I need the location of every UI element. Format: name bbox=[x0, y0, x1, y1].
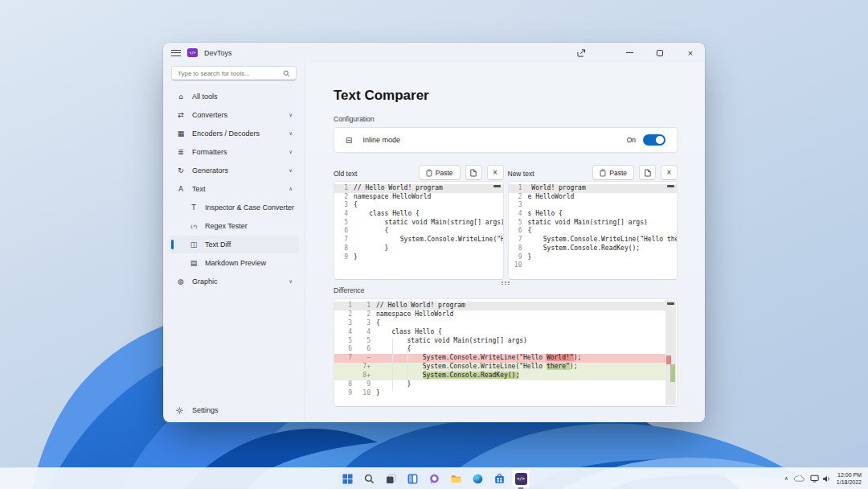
edge-button[interactable] bbox=[468, 469, 487, 488]
regex-tester-icon: (.*) bbox=[189, 224, 199, 229]
line-number: 5 bbox=[509, 219, 528, 228]
task-view-icon bbox=[386, 474, 396, 484]
line-number: 7 bbox=[334, 236, 354, 244]
clock[interactable]: 12:00 PM 1/18/2022 bbox=[837, 471, 862, 486]
chevron-down-icon: ∨ bbox=[289, 149, 293, 155]
clipboard-icon bbox=[600, 169, 606, 177]
diff-line-text: namespace HelloWorld bbox=[371, 310, 665, 319]
sidebar-item-markdown-preview[interactable]: ▤Markdown Preview bbox=[169, 254, 299, 272]
sidebar-item-all-tools[interactable]: ⌂All tools bbox=[169, 88, 299, 105]
nav-item-label: Inspector & Case Converter bbox=[205, 203, 294, 212]
old-line-number: 4 bbox=[334, 328, 352, 337]
new-line-number: 3 bbox=[352, 319, 371, 328]
line-number: 7 bbox=[509, 236, 528, 244]
taskbar-search-button[interactable] bbox=[359, 469, 379, 488]
diff-line-text: // Hello World! program bbox=[371, 302, 665, 310]
new-text-editor[interactable]: 1 World! program2e HelloWorld34s Hello {… bbox=[508, 181, 678, 280]
sidebar-item-converters[interactable]: ⇄Converters∨ bbox=[169, 106, 299, 124]
search-icon bbox=[283, 70, 290, 77]
compact-overlay-icon[interactable] bbox=[575, 47, 588, 59]
sidebar-item-inspector-case-converter[interactable]: TInspector & Case Converter bbox=[169, 199, 299, 216]
line-text: s Hello { bbox=[528, 210, 678, 219]
sidebar-item-settings[interactable]: Settings bbox=[169, 401, 299, 419]
old-line-number bbox=[334, 363, 352, 372]
task-view-button[interactable] bbox=[381, 469, 400, 488]
difference-panel[interactable]: 11// Hello World! program22namespace Hel… bbox=[334, 298, 678, 407]
sidebar-item-encoders-decoders[interactable]: ▦Encoders / Decoders∨ bbox=[169, 125, 299, 142]
code-line: 1 World! program bbox=[509, 184, 678, 193]
code-line: 9} bbox=[509, 253, 678, 262]
quick-settings[interactable] bbox=[810, 475, 831, 483]
search-icon bbox=[364, 474, 375, 484]
diff-line-text: { bbox=[371, 345, 665, 354]
old-text-editor[interactable]: 1// Hello World! program2namespace Hello… bbox=[334, 181, 504, 280]
nav-item-label: Text bbox=[192, 185, 206, 193]
toggle-state-label: On bbox=[627, 136, 636, 144]
generators-icon: ↻ bbox=[176, 166, 186, 175]
new-paste-button[interactable]: Paste bbox=[592, 165, 634, 180]
minimize-button[interactable] bbox=[623, 47, 636, 59]
old-line-number: 8 bbox=[334, 380, 352, 389]
network-icon bbox=[810, 475, 819, 483]
maximize-button[interactable] bbox=[653, 47, 666, 59]
new-open-file-button[interactable] bbox=[639, 165, 656, 180]
onedrive-cloud-icon[interactable] bbox=[794, 475, 805, 482]
old-line-number: 1 bbox=[334, 302, 352, 310]
old-open-file-button[interactable] bbox=[465, 165, 482, 180]
code-line: 4 class Hello { bbox=[334, 210, 503, 219]
line-text: static void Main(string[] args) bbox=[354, 219, 503, 228]
new-line-number: 10 bbox=[352, 389, 371, 398]
scrollbar-thumb[interactable] bbox=[493, 185, 501, 187]
start-button[interactable] bbox=[338, 469, 357, 488]
sidebar-item-graphic[interactable]: ◍Graphic∨ bbox=[169, 273, 299, 290]
clear-icon: × bbox=[493, 170, 497, 176]
chat-button[interactable] bbox=[424, 469, 444, 488]
volume-icon bbox=[822, 475, 831, 483]
file-explorer-button[interactable] bbox=[446, 469, 465, 488]
selection-indicator bbox=[171, 240, 174, 249]
scrollbar-thumb[interactable] bbox=[667, 302, 674, 305]
line-text: namespace HelloWorld bbox=[354, 193, 503, 202]
tray-chevron-icon[interactable]: ∧ bbox=[784, 475, 788, 482]
windows-logo-icon bbox=[342, 474, 353, 484]
removed-mark bbox=[666, 355, 671, 364]
difference-scrollbar[interactable] bbox=[665, 300, 676, 405]
old-clear-button[interactable]: × bbox=[487, 165, 504, 180]
sidebar-item-formatters[interactable]: ≣Formatters∨ bbox=[169, 143, 299, 161]
sidebar-item-text-diff[interactable]: ◫Text Diff bbox=[169, 236, 299, 253]
sidebar-item-text[interactable]: AText∧ bbox=[169, 180, 299, 198]
inline-mode-toggle[interactable] bbox=[643, 134, 665, 146]
line-number: 4 bbox=[334, 210, 354, 219]
line-number: 3 bbox=[334, 201, 354, 210]
line-text: } bbox=[354, 244, 503, 253]
nav-item-label: Text Diff bbox=[205, 240, 231, 249]
search-input[interactable] bbox=[178, 70, 283, 77]
hamburger-menu-icon[interactable] bbox=[171, 50, 181, 56]
taskbar-devtoys-button[interactable]: </> bbox=[511, 469, 530, 488]
titlebar[interactable]: </> DevToys × bbox=[163, 43, 705, 63]
new-clear-button[interactable]: × bbox=[661, 165, 678, 180]
new-line-number: 7+ bbox=[352, 363, 371, 372]
new-line-number: 2 bbox=[352, 310, 371, 319]
new-line-number: 4 bbox=[352, 328, 371, 337]
old-paste-button[interactable]: Paste bbox=[419, 165, 461, 180]
widgets-button[interactable] bbox=[403, 469, 422, 488]
store-button[interactable] bbox=[489, 469, 509, 488]
line-number: 10 bbox=[509, 261, 528, 270]
sidebar-item-regex-tester[interactable]: (.*)Regex Tester bbox=[169, 217, 299, 235]
diff-line-current: 11// Hello World! program bbox=[334, 302, 665, 310]
diff-line: 66 { bbox=[334, 345, 665, 354]
scrollbar-thumb[interactable] bbox=[667, 185, 674, 187]
search-box[interactable] bbox=[171, 66, 297, 80]
close-button[interactable]: × bbox=[684, 47, 697, 59]
sidebar-item-generators[interactable]: ↻Generators∨ bbox=[169, 162, 299, 179]
new-line-number: 8+ bbox=[352, 372, 371, 380]
text-diff-icon: ◫ bbox=[189, 240, 199, 249]
splitter-grip[interactable] bbox=[502, 281, 510, 285]
line-number: 9 bbox=[509, 253, 528, 262]
encoders-decoders-icon: ▦ bbox=[176, 129, 186, 138]
line-number: 6 bbox=[509, 227, 528, 236]
line-text: static void Main(string[] args) bbox=[528, 219, 678, 228]
code-line: 9} bbox=[334, 253, 503, 262]
diff-line-added: 7+ System.Console.WriteLine("Hello there… bbox=[334, 363, 665, 372]
